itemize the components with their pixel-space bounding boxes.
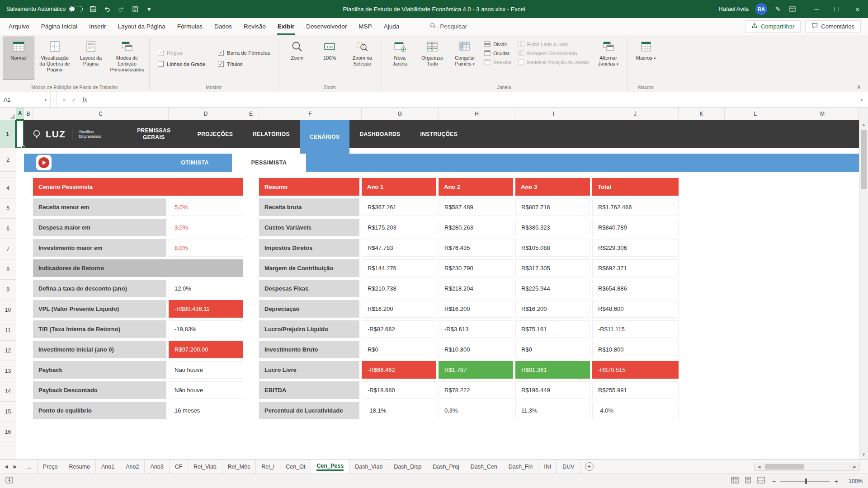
sheet-tab-pre-o[interactable]: Preço: [38, 460, 64, 474]
sheet-tab-rel-m-s[interactable]: Rel_Mês: [222, 460, 256, 474]
summary-cell[interactable]: R$210.738: [362, 280, 436, 297]
summary-cell[interactable]: R$280.263: [439, 219, 513, 236]
sheet-tab-rel-viab[interactable]: Rel_Viab: [188, 460, 222, 474]
column-header-i[interactable]: I: [515, 108, 592, 120]
ribbon-display-options-icon[interactable]: [788, 5, 796, 13]
column-header-c[interactable]: C: [33, 108, 169, 120]
summary-cell[interactable]: R$385.323: [515, 219, 590, 236]
summary-cell[interactable]: -R$70.515: [592, 361, 679, 379]
summary-cell[interactable]: R$47.783: [362, 239, 436, 257]
row-header-1[interactable]: 1: [0, 120, 16, 148]
scenario-row-value[interactable]: 12,0%: [169, 280, 243, 297]
summary-cell[interactable]: R$196.449: [515, 381, 590, 399]
summary-cell[interactable]: R$48.600: [592, 300, 679, 318]
column-header-h[interactable]: H: [439, 108, 515, 120]
autosave-toggle[interactable]: [69, 6, 83, 12]
summary-cell[interactable]: R$654.886: [592, 280, 679, 297]
checkbox-linhas-de-grade[interactable]: Linhas de Grade: [158, 61, 205, 67]
summary-cell[interactable]: 0,3%: [439, 402, 513, 419]
expand-formula-bar-icon[interactable]: ▾: [855, 92, 868, 107]
name-box[interactable]: A1 ▾: [0, 92, 51, 107]
summary-cell[interactable]: R$175.203: [362, 219, 436, 236]
page-break-shortcut-icon[interactable]: [757, 477, 765, 485]
scenario-row-value[interactable]: 5,0%: [169, 198, 243, 216]
summary-cell[interactable]: -R$82.662: [362, 320, 436, 338]
menu-tab-layout-da-p-gina[interactable]: Layout da Página: [112, 18, 171, 35]
row-header-2[interactable]: 2: [0, 148, 16, 172]
zoom-slider[interactable]: [780, 481, 830, 482]
menu-tab-f-rmulas[interactable]: Fórmulas: [171, 18, 208, 35]
new-window-button[interactable]: Nova Janela: [384, 37, 415, 80]
summary-cell[interactable]: -R$3.613: [439, 320, 513, 338]
summary-cell[interactable]: R$229.306: [592, 239, 679, 257]
selected-cell-a1[interactable]: [16, 120, 24, 148]
tab-scroll-right-icon[interactable]: ▶: [14, 464, 17, 469]
select-all-corner[interactable]: [0, 108, 16, 120]
summary-cell[interactable]: 11,3%: [515, 402, 590, 419]
macros-button[interactable]: Macros ▾: [630, 37, 662, 80]
summary-cell[interactable]: R$144.276: [362, 259, 436, 277]
summary-cell[interactable]: R$587.489: [439, 198, 513, 216]
scenario-row-value[interactable]: 8,0%: [169, 239, 243, 257]
workbook-nav-premissas-gerais[interactable]: PREMISSAS GERAIS: [120, 120, 188, 148]
tab-scroll-left-icon[interactable]: ◀: [5, 464, 8, 469]
menu-tab-ajuda[interactable]: Ajuda: [378, 18, 406, 35]
row-header-13[interactable]: 13: [0, 361, 16, 381]
sheet-tab-ano1[interactable]: Ano1: [96, 460, 120, 474]
hscroll-track[interactable]: [764, 463, 850, 471]
sheet-tab-resumo[interactable]: Resumo: [63, 460, 96, 474]
summary-cell[interactable]: R$75.161: [515, 320, 590, 338]
scenario-tab-pessimista[interactable]: PESSIMISTA: [232, 154, 306, 172]
print-preview-icon[interactable]: [131, 5, 139, 13]
scroll-down-icon[interactable]: ▼: [859, 450, 868, 459]
scenario-row-value[interactable]: Não houve: [169, 361, 243, 379]
column-header-j[interactable]: J: [592, 108, 679, 120]
maximize-button[interactable]: [826, 0, 847, 18]
scenario-tab-otimista[interactable]: OTIMISTA: [158, 154, 232, 172]
normal-view-shortcut-icon[interactable]: [731, 477, 739, 485]
row-header-12[interactable]: 12: [0, 341, 16, 361]
grid-content[interactable]: LUZ Planilhas Empresariais PREMISSAS GER…: [16, 120, 868, 459]
workbook-nav-relat-rios[interactable]: RELATÓRIOS: [243, 120, 300, 148]
save-icon[interactable]: [89, 5, 97, 13]
sheet-tab-duv[interactable]: DUV: [557, 460, 580, 474]
menu-tab-revis-o[interactable]: Revisão: [238, 18, 272, 35]
summary-cell[interactable]: R$1.762.466: [592, 198, 679, 216]
scenario-row-value[interactable]: Não houve: [169, 381, 243, 399]
column-header-b[interactable]: B: [24, 108, 33, 120]
column-header-e[interactable]: E: [243, 108, 259, 120]
vertical-scrollbar[interactable]: ▲ ▼: [859, 120, 868, 459]
column-header-l[interactable]: L: [725, 108, 786, 120]
hscroll-thumb[interactable]: [765, 464, 804, 469]
sheet-tab-cen-ot[interactable]: Cen_Ot: [280, 460, 311, 474]
sheet-tab-cf[interactable]: CF: [170, 460, 189, 474]
sheet-tab-dash-proj[interactable]: Dash_Proj: [427, 460, 465, 474]
hscroll-left-icon[interactable]: ◀: [754, 463, 764, 471]
summary-cell[interactable]: R$10.800: [439, 341, 513, 358]
autosave-control[interactable]: Salvamento Automático: [6, 6, 83, 12]
undo-icon[interactable]: [103, 5, 111, 13]
sheet-tab-ano2[interactable]: Ano2: [120, 460, 145, 474]
summary-cell[interactable]: R$16.200: [515, 300, 590, 318]
menu-tab-p-gina-inicial[interactable]: Página Inicial: [35, 18, 83, 35]
normal-view-button[interactable]: Normal: [3, 37, 34, 80]
freeze-panes-button[interactable]: Congelar Painéis ▾: [449, 37, 481, 80]
row-header-14[interactable]: 14: [0, 381, 16, 402]
hide-button[interactable]: Ocultar: [484, 50, 511, 56]
summary-cell[interactable]: R$807.716: [515, 198, 590, 216]
comments-button[interactable]: Comentários: [805, 20, 861, 33]
row-header-4[interactable]: 4: [0, 178, 16, 198]
scenario-row-value[interactable]: R$97.200,00: [169, 341, 243, 358]
menu-tab-desenvolvedor[interactable]: Desenvolvedor: [300, 18, 353, 35]
search-box[interactable]: Pesquisar: [430, 18, 467, 35]
column-header-g[interactable]: G: [362, 108, 439, 120]
split-button[interactable]: Dividir: [484, 41, 511, 47]
page-break-preview-button[interactable]: Visualização da Quebra de Página: [35, 37, 74, 80]
workbook-nav-cen-rios[interactable]: CENÁRIOS: [300, 120, 350, 154]
hscroll-right-icon[interactable]: ▶: [850, 463, 860, 471]
menu-tab-msp[interactable]: MSP: [353, 18, 377, 35]
menu-tab-exibir[interactable]: Exibir: [272, 18, 301, 35]
scroll-up-icon[interactable]: ▲: [859, 120, 868, 129]
horizontal-scrollbar[interactable]: ◀ ▶: [754, 460, 868, 474]
row-header-3[interactable]: [0, 172, 16, 178]
